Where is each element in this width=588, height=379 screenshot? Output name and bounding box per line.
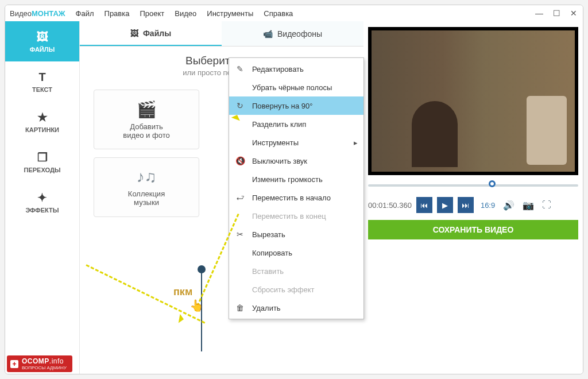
window-minimize-button[interactable]: — — [535, 9, 544, 18]
watermark-tag: ВОПРОСЫ АДМИНУ — [22, 365, 67, 370]
video-preview — [368, 27, 578, 175]
image-icon: 🖼 — [37, 30, 48, 44]
wand-icon: ✦ — [37, 191, 47, 204]
menu-project[interactable]: Проект — [140, 9, 164, 18]
sidebar-item-effects[interactable]: ✦ЭФФЕКТЫ — [5, 182, 79, 222]
menu-item-icon: ⮐ — [235, 193, 245, 202]
music-icon: ♪♫ — [137, 168, 157, 186]
menu-bar: Файл Правка Проект Видео Инструменты Спр… — [76, 9, 293, 18]
context-menu-item[interactable]: 🗑Удалить — [229, 299, 363, 317]
left-sidebar: 🖼ФАЙЛЫ TТЕКСТ ★КАРТИНКИ ❐ПЕРЕХОДЫ ✦ЭФФЕК… — [5, 21, 80, 374]
sidebar-label: КАРТИНКИ — [25, 126, 59, 133]
watermark-suffix: .info — [49, 357, 64, 365]
menu-item-icon: ↻ — [235, 101, 245, 110]
sidebar-item-transitions[interactable]: ❐ПЕРЕХОДЫ — [5, 142, 79, 182]
menu-item-label: Инструменты — [252, 138, 299, 147]
aspect-ratio[interactable]: 16:9 — [481, 201, 495, 210]
cursor-icon: 👆 — [189, 299, 204, 312]
menu-item-icon: ✎ — [235, 64, 245, 74]
watermark-brand: OCOMP — [22, 357, 49, 365]
menu-item-icon: 🗑 — [235, 303, 245, 312]
context-menu-item: Вставить — [229, 262, 363, 280]
context-menu-item[interactable]: 🔇Выключить звук — [229, 152, 363, 170]
tab-files[interactable]: 🖼Файлы — [80, 21, 222, 46]
context-menu: ✎РедактироватьУбрать чёрные полосы↻Повер… — [229, 57, 364, 319]
snapshot-icon[interactable]: 📷 — [523, 200, 534, 211]
annotation-right-click: пкм — [173, 286, 192, 298]
camera-icon: 📹 — [263, 29, 273, 38]
sidebar-item-files[interactable]: 🖼ФАЙЛЫ — [5, 21, 79, 61]
app-name-suffix: МОНТАЖ — [32, 9, 65, 18]
menu-item-label: Переместить в конец — [252, 212, 326, 221]
menu-help[interactable]: Справка — [264, 9, 293, 18]
sidebar-label: ФАЙЛЫ — [30, 46, 55, 53]
next-button[interactable]: ⏭ — [458, 197, 474, 213]
menu-video[interactable]: Видео — [175, 9, 196, 18]
menu-item-icon: ✂ — [235, 230, 245, 239]
context-menu-item[interactable]: Изменить громкость — [229, 170, 363, 188]
menu-tools[interactable]: Инструменты — [207, 9, 253, 18]
play-button[interactable]: ▶ — [437, 197, 453, 213]
menu-item-label: Повернуть на 90° — [252, 102, 313, 110]
sidebar-item-pictures[interactable]: ★КАРТИНКИ — [5, 102, 79, 142]
picture-icon: 🖼 — [130, 29, 138, 38]
transitions-icon: ❐ — [37, 150, 48, 164]
menu-item-label: Изменить громкость — [252, 175, 323, 184]
window-maximize-button[interactable]: ☐ — [552, 9, 561, 18]
context-menu-item[interactable]: Разделить клип — [229, 115, 363, 133]
menu-item-label: Убрать чёрные полосы — [252, 83, 332, 92]
menu-item-icon: 🔇 — [235, 156, 245, 165]
context-menu-item[interactable]: Инструменты▸ — [229, 133, 363, 152]
context-menu-item[interactable]: ⮐Переместить в начало — [229, 188, 363, 207]
menu-item-label: Выключить звук — [252, 157, 307, 165]
player-controls: 00:01:50.360 ⏮ ▶ ⏭ 16:9 🔊 📷 ⛶ — [363, 195, 583, 219]
context-menu-item: Сбросить эффект — [229, 280, 363, 299]
context-menu-item: Переместить в конец — [229, 207, 363, 225]
sidebar-label: ПЕРЕХОДЫ — [24, 167, 61, 173]
watermark: + OCOMP.info ВОПРОСЫ АДМИНУ — [7, 355, 72, 372]
volume-icon[interactable]: 🔊 — [503, 200, 514, 211]
title-bar: ВидеоМОНТАЖ Файл Правка Проект Видео Инс… — [5, 5, 583, 21]
menu-item-label: Удалить — [252, 304, 281, 312]
fullscreen-icon[interactable]: ⛶ — [542, 200, 551, 210]
sidebar-item-text[interactable]: TТЕКСТ — [5, 61, 79, 102]
text-icon: T — [38, 71, 45, 84]
top-tabs: 🖼Файлы 📹Видеофоны — [80, 21, 363, 47]
scrub-bar[interactable] — [368, 180, 578, 191]
menu-item-label: Переместить в начало — [252, 194, 331, 202]
context-menu-item[interactable]: Копировать — [229, 243, 363, 262]
tab-label: Файлы — [143, 29, 171, 38]
plus-icon: + — [10, 360, 18, 368]
menu-edit[interactable]: Правка — [105, 9, 130, 18]
star-icon: ★ — [37, 110, 48, 124]
submenu-arrow-icon: ▸ — [354, 138, 358, 147]
card-label: Коллекция музыки — [128, 190, 165, 207]
menu-item-label: Копировать — [252, 249, 292, 257]
context-menu-item[interactable]: ↻Повернуть на 90° — [229, 96, 363, 115]
context-menu-item[interactable]: ✎Редактировать — [229, 60, 363, 78]
menu-item-label: Сбросить эффект — [252, 285, 314, 294]
menu-item-label: Вставить — [252, 267, 284, 276]
menu-item-label: Редактировать — [252, 65, 304, 74]
context-menu-item[interactable]: Убрать чёрные полосы — [229, 78, 363, 96]
timeline-toolbar: ▯|▯ Разделить ✂ ▢ ↻ — [5, 374, 583, 374]
sidebar-label: ЭФФЕКТЫ — [25, 207, 59, 214]
scrub-handle[interactable] — [489, 180, 496, 187]
context-menu-item[interactable]: ✂Вырезать — [229, 225, 363, 243]
sidebar-label: ТЕКСТ — [32, 86, 52, 93]
add-video-card[interactable]: 🎬Добавить видео и фото — [94, 90, 199, 149]
menu-item-label: Вырезать — [252, 230, 285, 239]
timecode: 00:01:50.360 — [368, 201, 412, 210]
menu-item-label: Разделить клип — [252, 120, 306, 129]
clapper-icon: 🎬 — [137, 100, 157, 119]
save-video-button[interactable]: СОХРАНИТЬ ВИДЕО — [368, 220, 578, 239]
music-collection-card[interactable]: ♪♫Коллекция музыки — [94, 157, 199, 217]
tab-backgrounds[interactable]: 📹Видеофоны — [222, 21, 363, 46]
menu-file[interactable]: Файл — [76, 9, 94, 18]
tab-label: Видеофоны — [277, 29, 322, 38]
app-name-prefix: Видео — [10, 9, 32, 18]
card-label: Добавить видео и фото — [123, 122, 169, 140]
window-close-button[interactable]: ✕ — [569, 9, 578, 18]
prev-button[interactable]: ⏮ — [416, 197, 432, 213]
